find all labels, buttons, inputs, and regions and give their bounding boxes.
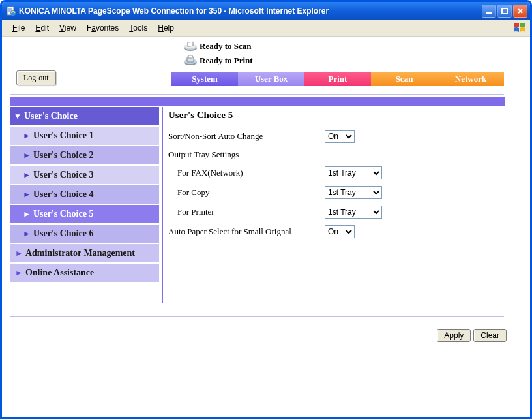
printer-status: Ready to Scan Ready to Print [181, 39, 253, 68]
output-tray-label: Output Tray Settings [168, 149, 504, 160]
tab-userbox[interactable]: User Box [238, 72, 304, 86]
triangle-right-icon: ► [23, 229, 31, 239]
menu-help[interactable]: Help [153, 22, 179, 34]
sidebar-header-users-choice[interactable]: ▼ User's Choice [10, 107, 159, 127]
sidebar-item-choice-3[interactable]: ► User's Choice 3 [10, 166, 159, 185]
copy-tray-select[interactable]: 1st Tray [325, 186, 382, 199]
menu-bar: File Edit View Favorites Tools Help [2, 20, 530, 37]
printer-label: For Printer [177, 207, 325, 217]
autopaper-label: Auto Paper Select for Small Orignal [168, 226, 325, 237]
sort-select[interactable]: On [325, 130, 355, 143]
minimize-button[interactable] [482, 5, 496, 18]
sidebar-item-label: User's Choice 2 [33, 150, 94, 161]
sidebar-item-choice-6[interactable]: ► User's Choice 6 [10, 225, 159, 244]
sidebar-item-label: User's Choice 4 [33, 189, 94, 200]
menu-view[interactable]: View [54, 22, 81, 34]
menu-edit[interactable]: Edit [30, 22, 54, 34]
triangle-right-icon: ► [23, 131, 31, 141]
triangle-right-icon: ► [15, 249, 23, 258]
printer-icon [181, 55, 200, 66]
tab-network[interactable]: Network [437, 72, 504, 86]
triangle-right-icon: ► [23, 170, 31, 180]
window-title: KONICA MINOLTA PageScope Web Connection … [19, 7, 482, 16]
sidebar-item-label: User's Choice 6 [33, 228, 94, 239]
scanner-icon [181, 41, 200, 52]
menu-favorites[interactable]: Favorites [81, 22, 124, 34]
separator-line [10, 94, 504, 95]
triangle-right-icon: ► [23, 151, 31, 161]
header-bar [10, 97, 505, 106]
status-print-text: Ready to Print [200, 55, 253, 66]
sort-label: Sort/Non-Sort Auto Change [168, 131, 325, 142]
tab-print[interactable]: Print [304, 72, 371, 86]
autopaper-select[interactable]: On [325, 225, 355, 238]
sidebar-item-label: User's Choice 5 [33, 209, 94, 219]
separator-line [10, 316, 504, 317]
sidebar-item-label: User's Choice 1 [33, 131, 94, 141]
triangle-right-icon: ► [15, 268, 23, 278]
sidebar-item-choice-1[interactable]: ► User's Choice 1 [10, 127, 159, 146]
sidebar-header-label: User's Choice [24, 111, 78, 121]
printer-tray-select[interactable]: 1st Tray [325, 206, 382, 219]
menu-file[interactable]: File [7, 22, 30, 34]
vertical-divider [162, 107, 163, 303]
close-button[interactable] [513, 5, 527, 18]
sidebar-item-label: Online Assistance [25, 268, 94, 278]
page-content: Ready to Scan Ready to Print Log-out Sys… [2, 37, 530, 43]
title-bar: KONICA MINOLTA PageScope Web Connection … [2, 2, 530, 20]
window-controls [482, 5, 527, 18]
tab-system[interactable]: System [171, 72, 238, 86]
sidebar-item-choice-2[interactable]: ► User's Choice 2 [10, 146, 159, 166]
sidebar-item-online[interactable]: ► Online Assistance [10, 264, 159, 283]
browser-window: KONICA MINOLTA PageScope Web Connection … [0, 0, 532, 419]
windows-flag-icon [513, 22, 526, 34]
apply-button[interactable]: Apply [437, 329, 471, 342]
svg-rect-7 [188, 42, 193, 46]
triangle-right-icon: ► [23, 190, 31, 200]
triangle-right-icon: ► [23, 210, 31, 219]
sidebar-item-admin[interactable]: ► Administrator Management [10, 244, 159, 264]
fax-tray-select[interactable]: 1st Tray [325, 166, 382, 179]
sidebar-item-label: Administrator Management [25, 248, 135, 258]
clear-button[interactable]: Clear [473, 329, 507, 342]
main-tabs: System User Box Print Scan Network [171, 72, 504, 86]
panel-title: User's Choice 5 [168, 110, 504, 121]
action-buttons: Apply Clear [437, 329, 507, 342]
sidebar-item-choice-5[interactable]: ► User's Choice 5 [10, 205, 159, 225]
status-scan-text: Ready to Scan [200, 41, 251, 52]
sidebar-item-label: User's Choice 3 [33, 170, 94, 180]
ie-page-icon [6, 6, 16, 16]
svg-rect-2 [486, 12, 492, 14]
maximize-button[interactable] [497, 5, 512, 18]
triangle-down-icon: ▼ [14, 112, 22, 121]
sidebar-item-choice-4[interactable]: ► User's Choice 4 [10, 185, 159, 205]
settings-panel: User's Choice 5 Sort/Non-Sort Auto Chang… [166, 107, 505, 303]
svg-rect-11 [188, 55, 192, 58]
fax-label: For FAX(Network) [177, 168, 325, 178]
tab-scan[interactable]: Scan [371, 72, 437, 86]
menu-tools[interactable]: Tools [124, 22, 153, 34]
logout-button[interactable]: Log-out [16, 70, 56, 85]
sidebar: ▼ User's Choice ► User's Choice 1 ► User… [10, 107, 159, 303]
svg-rect-3 [502, 8, 507, 14]
copy-label: For Copy [177, 187, 325, 198]
